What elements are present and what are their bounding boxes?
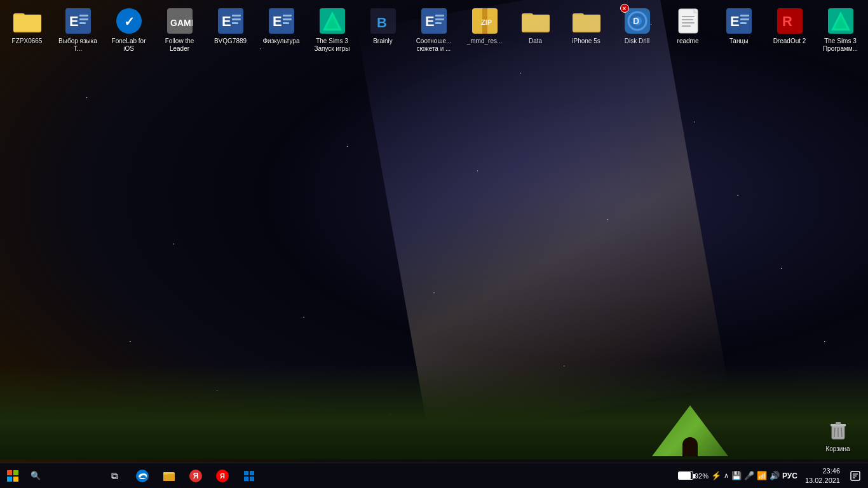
task-view-button[interactable]: ⧉ [102, 463, 127, 489]
clock-time: 23:46 [805, 466, 840, 475]
taskbar-store[interactable] [236, 463, 262, 489]
svg-rect-180 [163, 472, 168, 475]
svg-line-172 [841, 428, 842, 437]
svg-rect-174 [13, 470, 18, 475]
drive-icon: 💾 [731, 471, 742, 480]
svg-rect-187 [244, 477, 248, 481]
show-hidden-icon[interactable]: ∧ [724, 471, 729, 480]
taskbar-clock[interactable]: 23:46 13.02.2021 [800, 466, 845, 485]
svg-rect-175 [7, 477, 12, 482]
pinned-apps: Я Я [127, 463, 264, 489]
delete-badge-diskdrill: × [620, 4, 629, 13]
plug-icon: ⚡ [711, 471, 721, 480]
svg-text:Я: Я [193, 471, 199, 480]
notification-button[interactable] [848, 468, 863, 484]
svg-text:Я: Я [220, 472, 225, 480]
wifi-icon: 📶 [757, 471, 767, 480]
search-button[interactable]: 🔍 [25, 463, 102, 489]
svg-rect-169 [836, 422, 841, 424]
mic-icon: 🎤 [744, 471, 754, 480]
system-tray: 92% ⚡ ∧ 💾 🎤 📶 🔊 [678, 471, 780, 480]
clock-date: 13.02.2021 [805, 476, 840, 485]
svg-line-170 [834, 428, 835, 437]
battery-box [678, 471, 693, 480]
tent-decoration [652, 405, 728, 456]
taskbar-right: 92% ⚡ ∧ 💾 🎤 📶 🔊 РУС 23:46 13.02.2021 [678, 466, 868, 485]
ground [0, 364, 868, 459]
taskbar-explorer[interactable] [156, 463, 182, 489]
volume-icon: 🔊 [770, 471, 780, 480]
start-button[interactable] [0, 463, 25, 489]
taskbar-yandex-browser[interactable]: Я [183, 463, 208, 489]
battery-percent: 92% [695, 472, 709, 480]
recycle-bin-icon[interactable]: Корзина [814, 415, 862, 453]
battery-status: 92% [678, 471, 709, 480]
taskbar-yandex-search[interactable]: Я [210, 463, 235, 489]
taskbar-edge[interactable] [130, 463, 155, 489]
svg-rect-179 [163, 474, 175, 481]
svg-rect-188 [250, 477, 254, 481]
svg-rect-173 [7, 470, 12, 475]
svg-rect-185 [244, 471, 248, 475]
recycle-bin-label: Корзина [825, 445, 850, 453]
battery-fill [679, 472, 691, 479]
svg-rect-186 [250, 471, 254, 475]
language-indicator[interactable]: РУС [782, 471, 797, 480]
svg-rect-176 [13, 477, 18, 482]
battery-indicator [678, 471, 693, 480]
taskbar: 🔍 ⧉ Я [0, 463, 868, 488]
